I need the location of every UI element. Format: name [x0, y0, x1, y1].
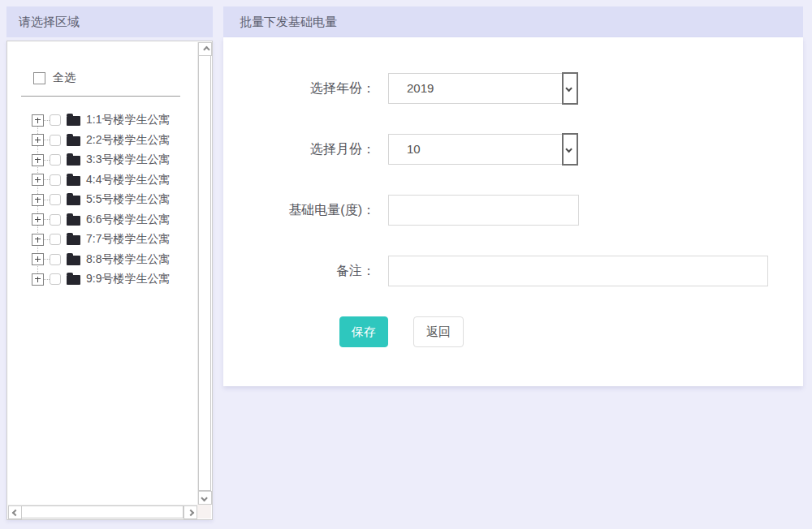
tree-checkbox[interactable] [50, 174, 61, 186]
month-row: 选择月份： 10 [223, 134, 803, 165]
tree-divider [21, 96, 180, 97]
chevron-down-icon [201, 494, 207, 501]
month-select-arrow[interactable] [562, 133, 578, 166]
batch-issue-panel: 批量下发基础电量 选择年份： 2019 选择月份： 10 基础电量(度)： 备注… [223, 6, 803, 386]
save-button[interactable]: 保存 [339, 316, 388, 347]
expand-icon[interactable] [32, 114, 44, 127]
folder-icon [67, 196, 80, 205]
region-tree-viewport: 全选 1:1号楼学生公寓 2:2号楼学生公寓 [7, 41, 197, 505]
tree-connector [44, 140, 50, 140]
scroll-up-button[interactable] [198, 42, 212, 56]
tree-checkbox[interactable] [50, 254, 61, 265]
select-all-row[interactable]: 全选 [33, 71, 197, 85]
tree-connector [44, 259, 50, 260]
tree-row: 3:3号楼学生公寓 [32, 150, 197, 170]
folder-icon [67, 156, 80, 166]
year-label: 选择年份： [223, 80, 375, 97]
tree-row: 4:4号楼学生公寓 [32, 170, 197, 191]
chevron-left-icon [11, 509, 18, 515]
select-all-label: 全选 [53, 71, 76, 85]
tree-connector [44, 200, 50, 200]
tree-checkbox[interactable] [50, 154, 61, 166]
horizontal-scrollbar[interactable] [8, 505, 197, 518]
remark-input[interactable] [388, 256, 768, 286]
tree-checkbox[interactable] [50, 273, 61, 285]
base-power-row: 基础电量(度)： [223, 195, 803, 226]
year-select[interactable]: 2019 [388, 73, 577, 104]
month-select-value: 10 [389, 135, 577, 164]
tree-checkbox[interactable] [50, 135, 61, 146]
chevron-down-icon [565, 146, 572, 153]
folder-icon [67, 216, 80, 226]
region-select-panel: 请选择区域 全选 1:1号楼学生公寓 [6, 6, 213, 37]
region-tree: 1:1号楼学生公寓 2:2号楼学生公寓 3:3号楼学生公寓 [7, 110, 197, 290]
folder-icon [67, 116, 80, 126]
batch-issue-title: 批量下发基础电量 [223, 6, 803, 37]
folder-icon [67, 176, 80, 186]
tree-node-label[interactable]: 2:2号楼学生公寓 [86, 133, 170, 148]
tree-row: 5:5号楼学生公寓 [32, 190, 197, 210]
tree-checkbox[interactable] [50, 114, 61, 126]
tree-connector [44, 279, 50, 280]
base-power-input[interactable] [388, 195, 579, 226]
tree-node-label[interactable]: 1:1号楼学生公寓 [86, 113, 170, 127]
expand-icon[interactable] [32, 134, 44, 146]
remark-row: 备注： [223, 256, 803, 286]
year-row: 选择年份： 2019 [223, 73, 803, 104]
scroll-right-button[interactable] [184, 505, 197, 519]
expand-icon[interactable] [32, 253, 44, 265]
batch-issue-form: 选择年份： 2019 选择月份： 10 基础电量(度)： 备注： 保存 返回 [223, 37, 803, 386]
tree-row: 6:6号楼学生公寓 [32, 210, 197, 230]
expand-icon[interactable] [32, 174, 44, 186]
tree-node-label[interactable]: 3:3号楼学生公寓 [86, 153, 170, 167]
expand-icon[interactable] [32, 234, 44, 246]
tree-connector [44, 239, 50, 240]
tree-row: 9:9号楼学生公寓 [32, 269, 197, 290]
folder-icon [67, 275, 80, 285]
tree-connector [44, 219, 50, 220]
scrollbar-corner [197, 505, 211, 518]
tree-connector [44, 160, 50, 161]
year-select-arrow[interactable] [562, 72, 578, 105]
tree-node-label[interactable]: 5:5号楼学生公寓 [86, 192, 170, 207]
tree-node-label[interactable]: 4:4号楼学生公寓 [86, 173, 170, 187]
tree-checkbox[interactable] [50, 194, 61, 205]
tree-node-label[interactable]: 9:9号楼学生公寓 [86, 272, 170, 286]
tree-row: 1:1号楼学生公寓 [32, 110, 197, 131]
remark-label: 备注： [223, 263, 375, 280]
vertical-scrollbar[interactable] [197, 42, 211, 505]
tree-connector [44, 120, 50, 121]
folder-icon [67, 235, 80, 245]
tree-checkbox[interactable] [50, 234, 61, 245]
scroll-down-button[interactable] [198, 491, 212, 505]
tree-node-label[interactable]: 7:7号楼学生公寓 [86, 232, 170, 247]
tree-node-label[interactable]: 6:6号楼学生公寓 [86, 213, 170, 227]
month-select[interactable]: 10 [388, 134, 577, 165]
tree-row: 2:2号楼学生公寓 [32, 131, 197, 151]
expand-icon[interactable] [32, 273, 44, 286]
month-label: 选择月份： [223, 141, 375, 158]
scroll-left-button[interactable] [8, 505, 22, 519]
tree-row: 7:7号楼学生公寓 [32, 230, 197, 250]
form-actions: 保存 返回 [223, 316, 803, 347]
expand-icon[interactable] [32, 194, 44, 206]
expand-icon[interactable] [32, 213, 44, 226]
folder-icon [67, 136, 80, 146]
back-button[interactable]: 返回 [413, 316, 464, 347]
tree-connector [44, 179, 50, 180]
chevron-down-icon [565, 85, 572, 92]
chevron-up-icon [203, 45, 209, 52]
region-tree-container: 全选 1:1号楼学生公寓 2:2号楼学生公寓 [6, 41, 213, 520]
vertical-scroll-thumb[interactable] [198, 56, 211, 491]
select-all-checkbox[interactable] [33, 72, 45, 84]
folder-icon [67, 256, 80, 265]
year-select-value: 2019 [389, 74, 577, 103]
tree-row: 8:8号楼学生公寓 [32, 250, 197, 270]
chevron-right-icon [187, 509, 193, 515]
tree-node-label[interactable]: 8:8号楼学生公寓 [86, 252, 170, 267]
region-panel-title: 请选择区域 [6, 6, 213, 37]
tree-checkbox[interactable] [50, 214, 61, 226]
horizontal-scroll-thumb[interactable] [22, 505, 184, 518]
base-power-label: 基础电量(度)： [223, 202, 375, 219]
expand-icon[interactable] [32, 154, 44, 166]
